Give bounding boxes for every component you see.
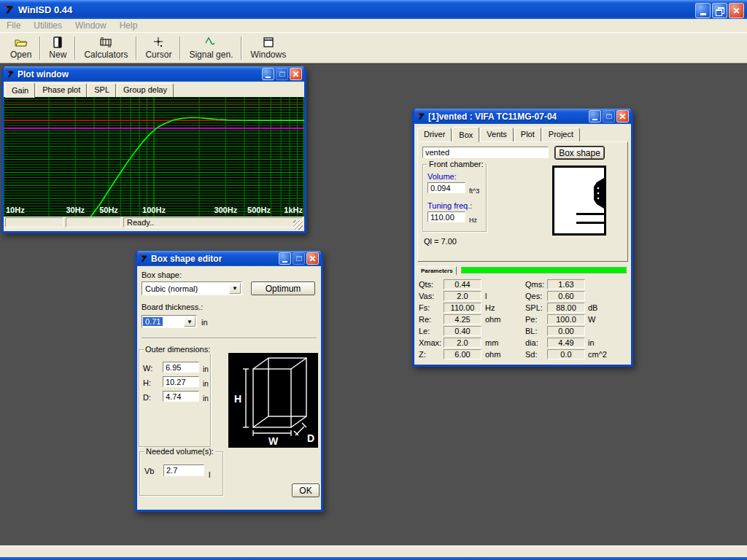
minimize-button[interactable] xyxy=(695,3,711,18)
svg-text:100Hz: 100Hz xyxy=(142,206,166,214)
parameter-label: Vas: xyxy=(419,292,434,300)
gain-plot-area[interactable]: 10Hz30Hz50Hz100Hz300Hz500Hz1kHz xyxy=(4,97,304,217)
width-label: W: xyxy=(143,364,152,373)
diagram-d-label: D xyxy=(307,432,314,444)
close-button[interactable]: ✕ xyxy=(306,252,319,265)
windows-button[interactable]: Windows xyxy=(244,34,292,62)
menu-utilities[interactable]: Utilities xyxy=(27,19,69,32)
tab-plot[interactable]: Plot xyxy=(514,128,541,141)
winisd-wrench-icon xyxy=(6,69,15,79)
parameter-label: dia: xyxy=(525,338,538,347)
minimize-icon xyxy=(266,77,271,78)
depth-label: D: xyxy=(143,393,151,402)
parameter-value-field: 0.40 xyxy=(444,326,481,336)
svg-text:1kHz: 1kHz xyxy=(284,206,303,214)
tab-phase-plot[interactable]: Phase plot xyxy=(36,83,87,97)
tab-group-delay[interactable]: Group delay xyxy=(117,83,174,97)
box-shape-dropdown[interactable]: Cubic (normal) ▼ xyxy=(142,281,242,295)
calculators-button[interactable]: Calculators xyxy=(78,34,133,62)
parameter-value-field: 0.60 xyxy=(547,291,585,301)
close-button[interactable]: ✕ xyxy=(616,110,629,122)
new-button[interactable]: New xyxy=(43,34,72,62)
main-window-title: WinISD 0.44 xyxy=(18,4,72,15)
box-editor-content: Box shape: Cubic (normal) ▼ Optimum Boar… xyxy=(137,266,321,510)
parameter-unit: ohm xyxy=(485,315,500,324)
gain-plot-canvas[interactable]: 10Hz30Hz50Hz100Hz300Hz500Hz1kHz xyxy=(4,97,304,217)
minimize-button[interactable] xyxy=(262,68,274,80)
tab-project[interactable]: Project xyxy=(542,128,580,141)
resize-grip[interactable] xyxy=(293,220,303,230)
close-button[interactable]: ✕ xyxy=(290,68,302,80)
depth-input[interactable] xyxy=(163,391,199,402)
minimize-icon xyxy=(700,13,706,15)
vb-input[interactable] xyxy=(163,464,204,476)
toolbar-separator xyxy=(74,36,76,60)
parameter-label: Sd: xyxy=(525,350,538,359)
windows-icon xyxy=(262,36,275,48)
close-icon: ✕ xyxy=(309,254,316,264)
maximize-button[interactable] xyxy=(293,252,305,265)
menu-file[interactable]: File xyxy=(0,19,27,32)
maximize-button[interactable] xyxy=(276,68,288,80)
optimum-button[interactable]: Optimum xyxy=(251,281,315,295)
box-shape-button[interactable]: Box shape xyxy=(555,147,604,159)
box-shape-dropdown-value: Cubic (normal) xyxy=(145,284,198,293)
maximize-icon xyxy=(296,256,302,261)
close-button[interactable]: ✕ xyxy=(729,3,744,18)
close-icon: ✕ xyxy=(619,112,626,122)
restore-button[interactable] xyxy=(712,3,727,18)
maximize-icon xyxy=(606,114,612,119)
height-unit: in xyxy=(203,380,209,388)
box-name-input[interactable] xyxy=(422,147,549,158)
parameter-value-field: 0.44 xyxy=(444,279,481,289)
parameter-value-field: 4.49 xyxy=(547,338,585,348)
ql-value-text: Ql = 7.00 xyxy=(424,237,457,246)
front-chamber-group: Front chamber: Volume: ft^3 Tuning freq.… xyxy=(422,164,487,232)
board-thickness-combo[interactable]: 0.71 ▼ xyxy=(142,315,197,328)
volume-input[interactable] xyxy=(427,182,465,193)
parameter-unit: W xyxy=(588,315,595,324)
parameter-value-field: 110.00 xyxy=(444,303,481,313)
parameter-value-field: 1.63 xyxy=(547,279,585,289)
minimize-icon xyxy=(592,119,597,120)
width-input[interactable] xyxy=(163,362,199,373)
box-tab-page: Box shape Front chamber: Volume: ft^3 Tu… xyxy=(417,141,628,262)
chevron-down-icon[interactable]: ▼ xyxy=(184,316,196,327)
menu-help[interactable]: Help xyxy=(113,19,144,32)
cursor-button[interactable]: Cursor xyxy=(139,34,177,62)
box-wireframe-image: H W D xyxy=(228,353,318,448)
signal-generator-icon xyxy=(204,36,217,48)
menu-window[interactable]: Window xyxy=(69,19,113,32)
tuning-freq-input[interactable] xyxy=(427,211,465,222)
winisd-wrench-icon xyxy=(417,112,426,121)
front-chamber-legend: Front chamber: xyxy=(427,160,485,168)
minimize-button[interactable] xyxy=(279,252,291,265)
ok-button[interactable]: OK xyxy=(292,483,320,497)
tab-gain[interactable]: Gain xyxy=(5,82,35,98)
parameter-unit: dB xyxy=(588,303,597,312)
parameter-label: Qts: xyxy=(419,280,433,289)
open-button[interactable]: Open xyxy=(4,34,37,62)
winisd-wrench-icon xyxy=(4,4,15,15)
signal-generator-button[interactable]: Signal gen. xyxy=(183,34,239,62)
tuning-freq-label: Tuning freq.: xyxy=(427,201,472,210)
tab-box[interactable]: Box xyxy=(452,127,479,142)
height-input[interactable] xyxy=(163,376,199,387)
box-cross-section-image xyxy=(552,166,606,236)
vented-box-diagram-icon xyxy=(554,168,604,233)
needed-volume-group: Needed volume(s): Vb l xyxy=(139,451,223,496)
tab-spl[interactable]: SPL xyxy=(88,83,116,97)
minimize-button[interactable] xyxy=(589,110,601,122)
width-unit: in xyxy=(203,365,209,373)
tab-driver[interactable]: Driver xyxy=(417,128,452,141)
minimize-icon xyxy=(282,261,287,262)
plot-window-titlebar: Plot window ✕ xyxy=(4,66,304,82)
outer-dimensions-group: Outer dimensions: W: in H: in D: in xyxy=(139,349,211,447)
close-icon: ✕ xyxy=(292,69,299,79)
tab-vents[interactable]: Vents xyxy=(480,128,514,141)
parameter-label: Qms: xyxy=(525,280,544,289)
divider xyxy=(142,338,317,339)
chevron-down-icon[interactable]: ▼ xyxy=(229,283,241,294)
status-panel-1 xyxy=(5,217,63,228)
maximize-button[interactable] xyxy=(603,110,615,122)
